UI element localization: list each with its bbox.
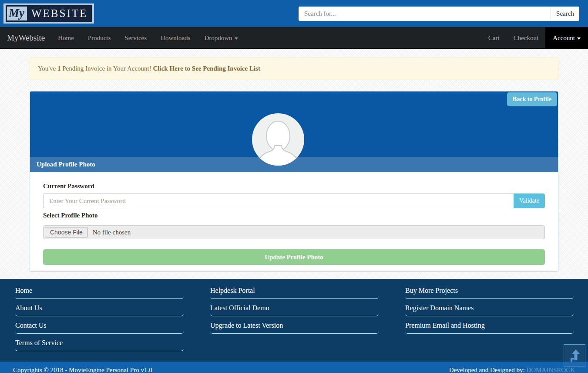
domainsrock-link[interactable]: DOMAINSROCK [526, 366, 575, 373]
nav-item-downloads[interactable]: Downloads [154, 27, 197, 48]
site-logo[interactable]: My WEBSITE [3, 3, 94, 24]
footer: Home About Us Contact Us Terms of Servic… [0, 279, 588, 362]
footer-link-helpdesk-portal[interactable]: Helpdesk Portal [210, 281, 379, 299]
footer-column-3: Buy More Projects Register Domain Names … [405, 281, 574, 351]
nav-item-checkout[interactable]: Checkout [507, 27, 546, 48]
validate-button[interactable]: Validate [514, 193, 545, 208]
footer-link-register-domain-names[interactable]: Register Domain Names [405, 299, 574, 316]
panel-title: Upload Profile Photo [37, 161, 95, 168]
nav-item-dropdown[interactable]: Dropdown [197, 27, 245, 48]
logo-my-text: My [7, 7, 27, 20]
search-input[interactable] [299, 7, 551, 21]
site-logo-inner: My WEBSITE [6, 5, 92, 22]
caret-down-icon [235, 37, 238, 40]
logo-website-text: WEBSITE [28, 7, 87, 20]
footer-link-terms-of-service[interactable]: Terms of Service [15, 334, 184, 351]
pending-invoice-alert: You've 1 Pending Invoice in Your Account… [30, 57, 558, 80]
main-navbar: MyWebsite Home Products Services Downloa… [0, 27, 588, 49]
caret-down-icon [577, 37, 581, 40]
level-up-arrow-icon [568, 349, 581, 362]
choose-file-button[interactable]: Choose File [45, 227, 88, 237]
navbar-links: Home Products Services Downloads Dropdow… [51, 27, 245, 48]
credit-text: Developed and Designed by: DOMAINSROCK [449, 366, 575, 373]
footer-link-upgrade-latest-version[interactable]: Upgrade to Latest Version [210, 316, 379, 334]
footer-link-buy-more-projects[interactable]: Buy More Projects [405, 281, 574, 299]
panel-header: Back to Profile [30, 92, 558, 157]
navbar-brand[interactable]: MyWebsite [7, 27, 45, 48]
navbar-right-links: Cart Checkout Account [481, 27, 588, 48]
nav-item-products[interactable]: Products [81, 27, 118, 48]
footer-column-2: Helpdesk Portal Latest Official Demo Upg… [210, 281, 379, 351]
avatar [252, 113, 304, 166]
nav-item-account[interactable]: Account [545, 27, 588, 48]
upload-profile-photo-panel: Back to Profile Upload Profile Photo Cur… [30, 91, 558, 272]
search-button[interactable]: Search [551, 7, 579, 21]
pending-invoice-link[interactable]: Click Here to See Pending Invoice List [153, 65, 260, 72]
scroll-to-top-button[interactable] [564, 344, 585, 366]
copyright-bar: Copyrights © 2018 - MovieEngine Personal… [0, 362, 588, 373]
footer-column-1: Home About Us Contact Us Terms of Servic… [15, 281, 184, 351]
select-profile-photo-label: Select Profile Photo [43, 212, 545, 219]
nav-item-services[interactable]: Services [118, 27, 154, 48]
search-bar: Search [299, 7, 579, 21]
alert-text: Pending Invoice in Your Account! [60, 65, 153, 72]
update-profile-photo-button[interactable]: Update Profile Photo [43, 249, 545, 265]
person-silhouette-icon [252, 113, 304, 166]
profile-photo-file-input[interactable]: Choose File No file chosen [43, 225, 545, 239]
footer-link-contact-us[interactable]: Contact Us [15, 316, 184, 334]
current-password-input[interactable] [43, 193, 514, 208]
current-password-label: Current Password [43, 183, 545, 190]
footer-link-premium-email-hosting[interactable]: Premium Email and Hosting [405, 316, 574, 334]
nav-item-cart[interactable]: Cart [481, 27, 507, 48]
panel-body: Current Password Validate Select Profile… [30, 172, 558, 271]
page: My WEBSITE Search MyWebsite Home Product… [0, 0, 588, 373]
file-chosen-status: No file chosen [93, 229, 131, 236]
alert-text: You've [38, 65, 57, 72]
copyright-text: Copyrights © 2018 - MovieEngine Personal… [13, 366, 152, 373]
top-header-bar: My WEBSITE Search [0, 0, 588, 27]
main-content: You've 1 Pending Invoice in Your Account… [0, 49, 588, 272]
nav-item-home[interactable]: Home [51, 27, 81, 48]
footer-link-home[interactable]: Home [15, 281, 184, 299]
back-to-profile-button[interactable]: Back to Profile [507, 92, 557, 106]
footer-link-about-us[interactable]: About Us [15, 299, 184, 316]
footer-link-latest-official-demo[interactable]: Latest Official Demo [210, 299, 379, 316]
password-input-group: Validate [43, 193, 545, 208]
